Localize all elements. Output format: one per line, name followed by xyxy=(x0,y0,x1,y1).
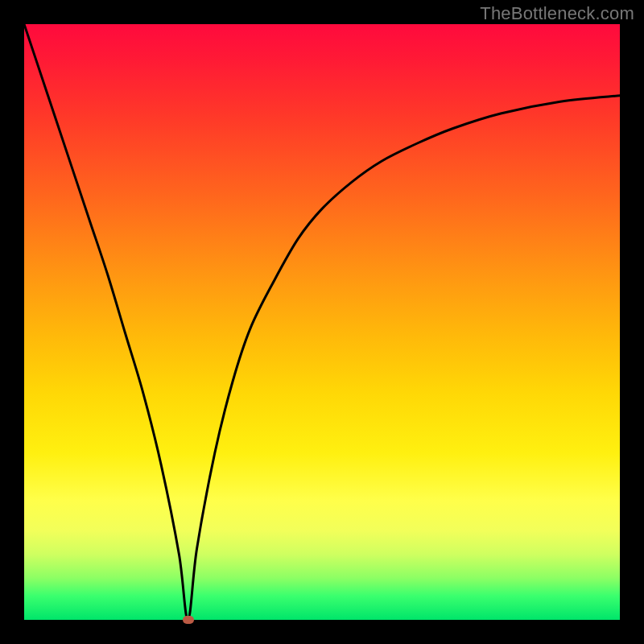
watermark-label: TheBottleneck.com xyxy=(480,3,634,24)
chart-frame: TheBottleneck.com xyxy=(0,0,644,644)
curve-path xyxy=(24,24,620,620)
bottleneck-curve xyxy=(24,24,620,620)
minimum-marker xyxy=(183,616,194,624)
plot-area xyxy=(24,24,620,620)
